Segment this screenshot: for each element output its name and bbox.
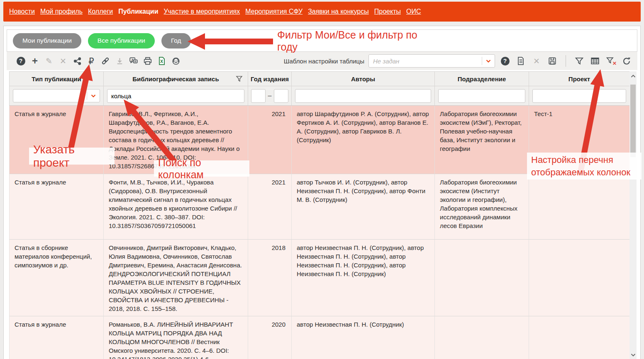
assign-project-button[interactable]: ₽ xyxy=(85,55,97,67)
link-button[interactable] xyxy=(100,55,111,67)
link-icon xyxy=(101,56,110,65)
print-icon xyxy=(143,56,152,65)
svg-text:A: A xyxy=(132,58,134,62)
table-template-input[interactable] xyxy=(369,55,482,67)
cell-authors: автор Неизвестная П. Н. (Сотрудник) xyxy=(292,316,435,359)
year-from-input[interactable] xyxy=(251,89,266,103)
add-publication-button[interactable]: + xyxy=(29,55,41,67)
publications-panel: Мои публикации Все публикации Год ? + ✎ … xyxy=(3,26,641,359)
cell-bibliography: Овчинников, Дмитрий Викторович, Кладько,… xyxy=(104,240,248,316)
table-template-label: Шаблон настройки таблицы xyxy=(284,58,364,65)
nav-item-sfu-events[interactable]: Мероприятия СФУ xyxy=(245,8,302,15)
delete-publication-button[interactable]: ✕ xyxy=(57,55,69,67)
nav-item-news[interactable]: Новости xyxy=(9,8,35,15)
translate-icon: A xyxy=(129,56,138,65)
funnel-icon xyxy=(575,56,584,65)
cell-authors: автор Тычков И. И. (Сотрудник), автор Не… xyxy=(292,174,435,240)
scroll-down-button[interactable] xyxy=(629,351,637,359)
cell-project xyxy=(529,316,629,359)
template-delete-button[interactable]: ✕ xyxy=(531,55,542,67)
column-header-project[interactable]: Проект xyxy=(529,72,629,86)
nav-item-event-participation[interactable]: Участие в мероприятиях xyxy=(163,8,240,15)
template-doc-button[interactable] xyxy=(515,55,527,67)
cell-type: Статья в журнале xyxy=(9,174,104,240)
bibliography-search-input[interactable] xyxy=(107,89,244,103)
year-range-separator: – xyxy=(268,92,272,99)
nav-item-colleagues[interactable]: Коллеги xyxy=(88,8,113,15)
cell-project xyxy=(529,240,629,316)
type-filter-input[interactable] xyxy=(13,90,78,102)
year-to-input[interactable] xyxy=(274,89,288,103)
table-row[interactable]: Статья в сборнике материалов конференций… xyxy=(9,240,629,316)
refresh-icon xyxy=(622,56,631,65)
division-search-input[interactable] xyxy=(438,89,525,103)
translate-button[interactable]: A xyxy=(128,55,139,67)
excel-icon: X xyxy=(157,56,166,65)
scrollbar-thumb[interactable] xyxy=(630,85,636,157)
my-publications-button[interactable]: Мои публикации xyxy=(13,33,81,49)
share-button[interactable] xyxy=(71,55,83,67)
help-icon: ? xyxy=(501,57,510,65)
table-row[interactable]: Статья в журнале Фонти, М.В., Тычков, И.… xyxy=(9,174,629,240)
refresh-button[interactable] xyxy=(621,55,632,67)
cell-year: 2021 xyxy=(248,106,292,174)
vertical-scrollbar[interactable] xyxy=(629,71,637,359)
delete-x-icon: ✕ xyxy=(60,57,66,65)
template-help-button[interactable]: ? xyxy=(499,55,511,67)
help-icon: ? xyxy=(17,57,25,65)
cell-project xyxy=(529,174,629,240)
table-row[interactable]: Статья в журнале Романьков, В.А. ЛИНЕЙНЫ… xyxy=(9,316,629,359)
cell-authors: автор Неизвестная П. Н. (Сотрудник), авт… xyxy=(292,240,435,316)
column-header-year[interactable]: Год издания xyxy=(248,72,292,86)
cell-year: 2020 xyxy=(248,316,292,359)
table-template-combobox[interactable] xyxy=(368,54,495,68)
clear-filter-button[interactable]: ✕ xyxy=(605,55,617,67)
chevron-down-icon[interactable] xyxy=(87,92,100,99)
cell-type: Статья в сборнике материалов конференций… xyxy=(9,240,104,316)
table-toolbar: ? + ✎ ✕ ₽ A X Шаблон настройки таблицы xyxy=(7,52,637,70)
publications-table: Тип публикации Библиографическая запись … xyxy=(9,71,637,359)
column-header-type[interactable]: Тип публикации xyxy=(9,72,104,86)
edit-publication-button[interactable]: ✎ xyxy=(43,55,55,67)
table-row[interactable]: Статья в журнале Гавриков, В.Л., Фертико… xyxy=(9,106,629,174)
share-icon xyxy=(73,57,82,65)
configure-columns-button[interactable] xyxy=(589,55,601,67)
project-search-input[interactable] xyxy=(532,89,626,103)
nav-item-projects[interactable]: Проекты xyxy=(374,8,401,15)
cell-project: Тест-1 xyxy=(529,106,629,174)
nav-item-profile[interactable]: Мой профиль xyxy=(40,8,83,15)
authors-search-input[interactable] xyxy=(295,89,431,103)
clear-x-icon[interactable]: ✕ xyxy=(78,93,87,99)
nav-item-contest-applications[interactable]: Заявки на конкурсы xyxy=(308,8,369,15)
type-filter-combobox[interactable]: ✕ xyxy=(13,89,100,102)
column-funnel-icon[interactable] xyxy=(236,75,243,82)
nav-item-ois[interactable]: ОИС xyxy=(406,8,421,15)
chevron-down-icon[interactable] xyxy=(482,58,495,64)
pencil-icon: ✎ xyxy=(46,57,52,65)
print-button[interactable] xyxy=(142,55,154,67)
column-header-bibliography[interactable]: Библиографическая запись xyxy=(104,72,248,86)
cell-division: Лаборатория биогеохимии экосистем (Инсти… xyxy=(435,174,529,240)
cell-authors: автор Шарафутдинов Р. А. (Сотрудник), ав… xyxy=(292,106,435,174)
nav-item-publications[interactable]: Публикации xyxy=(118,8,158,15)
column-header-authors[interactable]: Авторы xyxy=(292,72,435,86)
toolbar-divider xyxy=(566,55,566,67)
red-x-icon: ✕ xyxy=(612,61,617,66)
year-filter-button[interactable]: Год xyxy=(161,33,191,49)
help-button[interactable]: ? xyxy=(15,55,27,67)
delete-x-icon: ✕ xyxy=(533,57,540,65)
cell-bibliography: Романьков, В.А. ЛИНЕЙНЫЙ ИНВАРИАНТ КОЛЬЦ… xyxy=(104,316,248,359)
table-header-row: Тип публикации Библиографическая запись … xyxy=(9,71,629,86)
template-save-button[interactable] xyxy=(546,55,558,67)
filter-buttons-bar: Мои публикации Все публикации Год xyxy=(7,29,637,52)
filter-button[interactable] xyxy=(573,55,585,67)
column-header-division[interactable]: Подразделение xyxy=(435,72,529,86)
all-publications-button[interactable]: Все публикации xyxy=(88,33,155,49)
download-button[interactable] xyxy=(114,55,125,67)
cell-type: Статья в журнале xyxy=(9,106,104,174)
assistant-button[interactable] xyxy=(170,55,182,67)
scroll-up-button[interactable] xyxy=(629,72,637,80)
download-icon xyxy=(115,57,124,65)
export-excel-button[interactable]: X xyxy=(156,55,168,67)
save-floppy-icon xyxy=(548,56,557,65)
